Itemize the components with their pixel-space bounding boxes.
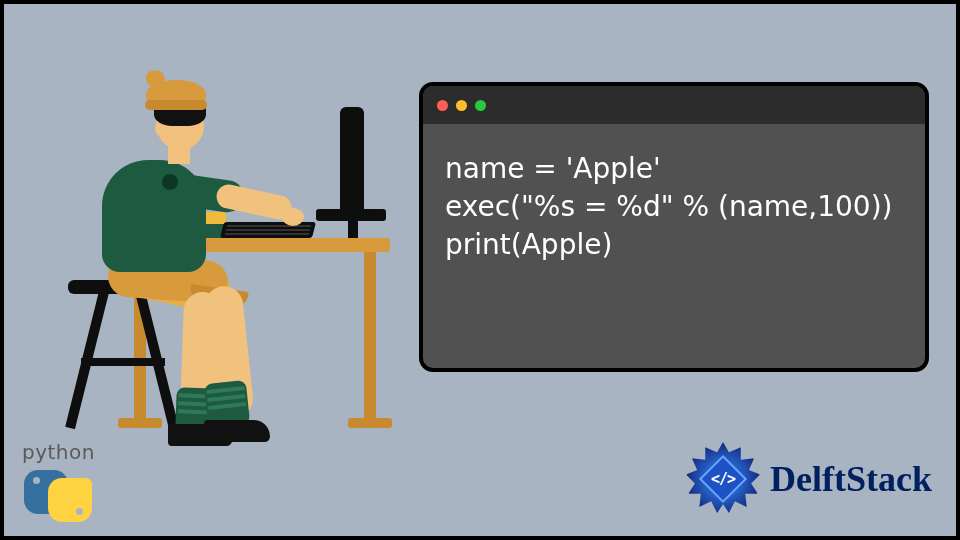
person-shoe [204,420,270,442]
close-icon[interactable] [437,100,448,111]
desk-leg [364,252,376,422]
person-at-computer-illustration [64,62,424,492]
monitor-icon [340,107,364,215]
desk-foot [348,418,392,428]
monitor-stand [348,212,358,240]
shoulder-detail [162,174,178,190]
code-content: name = 'Apple' exec("%s = %d" % (name,10… [423,124,925,368]
code-line: exec("%s = %d" % (name,100)) [445,190,893,223]
canvas-frame: name = 'Apple' exec("%s = %d" % (name,10… [0,0,960,540]
keyboard-icon [220,222,316,238]
hat-band [145,100,207,110]
code-line: name = 'Apple' [445,152,661,185]
zoom-icon[interactable] [475,100,486,111]
code-window: name = 'Apple' exec("%s = %d" % (name,10… [419,82,929,372]
code-line: print(Apple) [445,228,612,261]
delftstack-logo-icon: </> [684,440,762,518]
desk-foot [118,418,162,428]
python-logo-icon [22,466,94,526]
python-label: python [22,440,95,464]
python-badge: python [22,440,95,526]
person-hand [282,208,304,226]
minimize-icon[interactable] [456,100,467,111]
window-title-bar [423,86,925,124]
delftstack-label: DelftStack [770,458,932,500]
stool-rung [81,358,165,366]
delftstack-badge: </> DelftStack [684,440,932,518]
logo-code-glyph: </> [711,470,735,488]
